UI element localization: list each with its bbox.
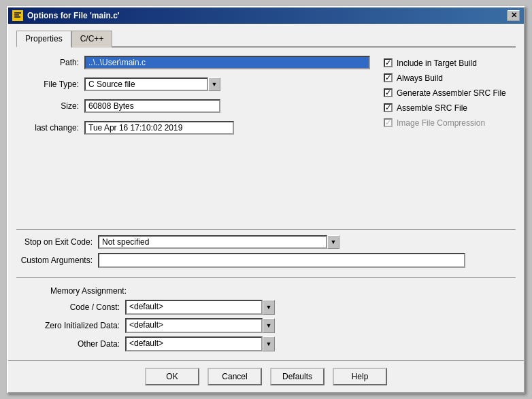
custom-args-row: Custom Arguments: <box>16 253 516 268</box>
title-bar: Options for File 'main.c' ✕ <box>8 7 524 24</box>
lastchange-input[interactable] <box>84 121 234 135</box>
memory-code-label: Code / Const: <box>16 302 125 312</box>
size-input[interactable] <box>84 99 220 113</box>
checkbox-generate-asm[interactable]: Generate Assembler SRC File <box>384 87 516 99</box>
include-checkbox[interactable] <box>384 58 393 67</box>
dialog-footer: OK Cancel Defaults Help <box>8 360 524 392</box>
size-row: Size: <box>16 99 370 113</box>
custom-args-input[interactable] <box>98 253 465 268</box>
stop-exit-label: Stop on Exit Code: <box>16 237 98 247</box>
path-input[interactable] <box>84 56 370 69</box>
close-button[interactable]: ✕ <box>508 10 520 21</box>
dialog-title: Options for File 'main.c' <box>27 11 120 20</box>
memory-section: Memory Assignment: Code / Const: <defaul… <box>16 286 516 355</box>
lastchange-row: last change: <box>16 121 370 135</box>
memory-zero-arrow[interactable]: ▼ <box>263 318 275 333</box>
help-button[interactable]: Help <box>333 368 387 385</box>
always-build-label: Always Build <box>397 73 443 83</box>
memory-other-dropdown[interactable]: <default> ▼ <box>125 336 275 351</box>
defaults-button[interactable]: Defaults <box>270 368 325 385</box>
separator-2 <box>16 277 516 278</box>
checkbox-assemble-src[interactable]: Assemble SRC File <box>384 102 516 114</box>
filetype-row: File Type: C Source file ▼ <box>16 77 370 91</box>
memory-zero-row: Zero Initialized Data: <default> ▼ <box>16 318 516 333</box>
form-area: Path: File Type: C Source file ▼ Size: <box>16 56 516 355</box>
right-column: Include in Target Build Always Build Gen… <box>384 56 516 224</box>
svg-rect-1 <box>14 12 21 14</box>
image-compress-label: Image File Compression <box>397 118 485 128</box>
options-dialog: Options for File 'main.c' ✕ Properties C… <box>7 6 525 394</box>
memory-code-dropdown[interactable]: <default> ▼ <box>125 300 275 315</box>
svg-rect-3 <box>14 16 20 18</box>
ok-button[interactable]: OK <box>145 368 199 385</box>
stop-exit-arrow[interactable]: ▼ <box>327 235 339 249</box>
memory-other-label: Other Data: <box>16 339 125 349</box>
stop-exit-value: Not specified <box>98 235 327 249</box>
checkbox-include[interactable]: Include in Target Build <box>384 57 516 69</box>
memory-zero-dropdown[interactable]: <default> ▼ <box>125 318 275 333</box>
path-row: Path: <box>16 56 370 69</box>
memory-section-label: Memory Assignment: <box>16 286 516 296</box>
assemble-src-label: Assemble SRC File <box>397 103 467 113</box>
checkbox-always-build[interactable]: Always Build <box>384 72 516 84</box>
svg-rect-2 <box>14 14 19 16</box>
memory-code-row: Code / Const: <default> ▼ <box>16 300 516 315</box>
stop-exit-dropdown[interactable]: Not specified ▼ <box>98 235 339 249</box>
lastchange-label: last change: <box>16 123 84 133</box>
filetype-arrow[interactable]: ▼ <box>208 77 220 91</box>
tab-properties[interactable]: Properties <box>16 31 71 48</box>
memory-zero-label: Zero Initialized Data: <box>16 321 125 330</box>
memory-zero-value: <default> <box>125 318 263 333</box>
filetype-value: C Source file <box>84 77 208 91</box>
generate-asm-label: Generate Assembler SRC File <box>397 88 506 98</box>
separator-1 <box>16 229 516 230</box>
app-icon <box>12 10 23 21</box>
filetype-dropdown[interactable]: C Source file ▼ <box>84 77 220 91</box>
tab-cpp[interactable]: C/C++ <box>71 31 113 48</box>
memory-other-arrow[interactable]: ▼ <box>263 336 275 351</box>
path-label: Path: <box>16 58 84 67</box>
title-bar-left: Options for File 'main.c' <box>12 10 120 21</box>
memory-other-row: Other Data: <default> ▼ <box>16 336 516 351</box>
stop-exit-row: Stop on Exit Code: Not specified ▼ <box>16 235 516 249</box>
size-label: Size: <box>16 101 84 111</box>
generate-asm-checkbox[interactable] <box>384 88 393 97</box>
assemble-src-checkbox[interactable] <box>384 103 393 112</box>
memory-code-value: <default> <box>125 300 263 315</box>
always-build-checkbox[interactable] <box>384 73 393 82</box>
image-compress-checkbox <box>384 118 393 127</box>
memory-other-value: <default> <box>125 336 263 351</box>
memory-code-arrow[interactable]: ▼ <box>263 300 275 315</box>
left-column: Path: File Type: C Source file ▼ Size: <box>16 56 370 224</box>
custom-args-label: Custom Arguments: <box>16 256 98 265</box>
top-section: Path: File Type: C Source file ▼ Size: <box>16 56 516 224</box>
filetype-label: File Type: <box>16 80 84 89</box>
checkbox-image-compress: Image File Compression <box>384 117 516 129</box>
tab-bar: Properties C/C++ <box>16 29 516 48</box>
dialog-content: Properties C/C++ Path: File Type: C <box>8 24 524 360</box>
cancel-button[interactable]: Cancel <box>207 368 262 385</box>
include-label: Include in Target Build <box>397 58 477 68</box>
